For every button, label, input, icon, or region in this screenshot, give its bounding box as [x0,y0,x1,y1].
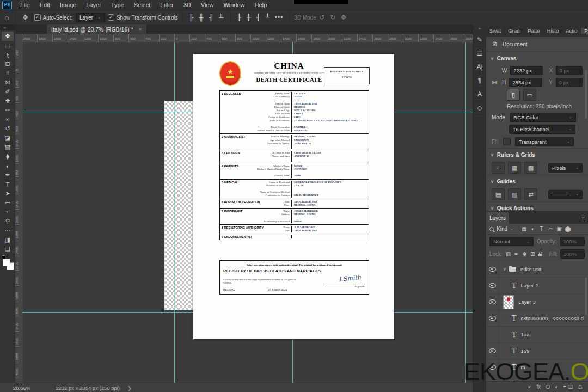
panel-tab[interactable]: Histo [544,28,563,34]
layer-filter-icon[interactable]: ▣ [555,226,563,232]
landscape-orientation-button[interactable]: ▭ [523,89,536,101]
distribute-icon[interactable]: ╂ [247,14,250,21]
menu-item[interactable]: View [196,2,219,8]
horizontal-ruler[interactable]: 2000180016001400120010008006004002000200… [22,34,473,42]
layer-row[interactable]: ∨ T c8ta000000...<<<<<<<<0 d [486,310,588,327]
ruler-toggle-button[interactable]: ▩ [524,162,537,174]
tool-button[interactable]: ◐ [2,161,14,170]
tool-button[interactable]: ✚ [2,96,14,106]
menu-item[interactable]: Window [218,2,249,8]
menu-item[interactable]: Filter [155,2,178,8]
layers-menu-icon[interactable]: ≡ [578,212,588,224]
blend-mode-select[interactable]: Normal ⌄ [489,237,534,246]
layers-tab[interactable]: Layers [486,212,510,224]
color-swatches[interactable] [2,255,14,270]
layer-row[interactable]: ∨ T Layer 3 [486,294,588,310]
status-chevron-icon[interactable]: ❯ [127,385,132,391]
properties-scrollbar[interactable] [585,70,587,119]
visibility-toggle[interactable] [486,327,499,342]
tool-button[interactable]: ⌗ [2,69,14,78]
tool-button[interactable]: ◪ [2,133,14,143]
panel-tab[interactable]: Actio [562,28,581,34]
tool-button[interactable]: ◨ [2,235,14,244]
visibility-toggle[interactable] [486,294,499,310]
bit-depth-select[interactable]: 16 Bits/Channel ⌄ [509,125,575,134]
layer-row[interactable]: ∨ T edite text [486,261,588,278]
ruler-toggle-button[interactable]: ⌐ [492,162,505,174]
menu-item[interactable]: Image [55,2,82,8]
distribute-icon[interactable]: ┸ [266,14,270,21]
visibility-toggle[interactable] [486,278,499,293]
x-input[interactable]: 0 px [556,66,583,75]
layer-filter-icon[interactable]: ▦ [520,226,528,232]
auto-select-checkbox[interactable]: ✓ [34,14,41,21]
tool-button[interactable]: ξ [2,50,14,59]
tool-button[interactable]: ☜ [2,207,14,217]
close-icon[interactable]: × [139,27,142,33]
ruler-toggle-button[interactable]: ▦ [508,162,521,174]
layers-scrollbar[interactable] [585,277,587,315]
layer-row[interactable]: ∨ T Layer 2 [486,278,588,294]
y-input[interactable]: 0 px [556,78,583,87]
tool-button[interactable]: ⬚ [2,41,14,50]
3d-mode-icon[interactable]: ✥ [341,14,346,21]
tool-button[interactable]: ✒ [2,170,14,180]
panel-icon[interactable]: ☰ [474,47,486,60]
tool-button[interactable]: ▨ [2,143,14,152]
guide-toggle-button[interactable]: ⇄ [524,188,537,200]
guides-section-header[interactable]: ∨ Guides [486,175,588,187]
fill-swatch[interactable] [503,138,511,145]
lock-option-icon[interactable]: ✥ [522,251,528,257]
distribute-icon[interactable]: ┠ [237,14,241,21]
menu-item[interactable]: File [15,2,35,8]
home-icon[interactable]: ⌂ [4,13,9,22]
link-dimensions-icon[interactable]: ⧓ [492,79,499,86]
panel-icon[interactable]: ◇ [474,101,486,115]
3d-mode-icon[interactable]: ↺ [319,14,324,21]
color-mode-select[interactable]: RGB Color ⌄ [510,113,576,122]
panel-tab[interactable]: Patte [524,28,543,34]
auto-select-target-dropdown[interactable]: Layer ⌄ [76,13,105,22]
panel-icon[interactable]: ¶ [474,74,486,88]
units-select[interactable]: Pixels ⌄ [548,163,583,173]
height-input[interactable]: 2854 px [509,78,542,87]
tool-button[interactable]: ⧫ [2,152,14,161]
tool-button[interactable]: ❏ [2,244,14,254]
guide-vertical-1[interactable] [174,42,175,383]
guide-style-select[interactable]: ——— ⌄ [548,190,583,199]
tool-button[interactable]: ⊡ [2,59,14,69]
guide-toggle-button[interactable]: ▤ [492,188,505,200]
align-icon[interactable]: ╨ [219,14,224,21]
tool-button[interactable]: T [2,180,14,189]
visibility-toggle[interactable] [486,261,499,277]
tool-button[interactable]: ⚲ [2,217,14,226]
layer-filter-icon[interactable]: T [538,226,546,232]
layer-fill-input[interactable]: 100% [560,249,585,259]
certificate-page[interactable]: ★ CHINA BIRTHS, DEATHS AND MARRIAGES REG… [193,54,394,339]
menu-item[interactable]: Type [106,2,129,8]
panel-icon[interactable]: A [474,88,486,101]
opacity-input[interactable]: 100% [560,237,585,246]
width-input[interactable]: 2232 px [510,66,543,75]
panel-tab[interactable]: Properties [581,28,588,34]
layer-filter-icon[interactable]: ▱ [547,226,554,232]
lock-option-icon[interactable]: ⊞ [530,251,536,257]
panel-tab[interactable]: Gradi [505,28,524,34]
layer-name[interactable]: c8ta000000...<<<<<<<<0 d [521,315,584,321]
zoom-level-field[interactable]: 20.66% [13,385,30,391]
panel-icon[interactable]: A| [474,60,486,74]
menu-item[interactable]: 3D [179,2,196,8]
layer-row[interactable]: ∨ T 1aa [486,327,588,343]
tool-button[interactable]: ⊠ [2,78,14,87]
vertical-ruler[interactable]: 2000200400600800100012001400160018002000… [15,42,22,383]
visibility-toggle[interactable] [486,310,499,326]
tool-button[interactable]: ✥ [2,32,14,41]
tool-button[interactable]: ⋯ [2,226,14,235]
3d-mode-icon[interactable]: ↻ [330,14,335,21]
fill-select[interactable]: Transparent ⌄ [515,137,574,146]
panel-icon[interactable]: ✎ [474,33,486,47]
group-chevron-icon[interactable]: ∨ [503,267,506,272]
lock-option-icon[interactable]: ▨ [505,251,511,257]
visibility-toggle[interactable] [486,343,499,359]
tool-button[interactable]: ➤ [2,189,14,198]
